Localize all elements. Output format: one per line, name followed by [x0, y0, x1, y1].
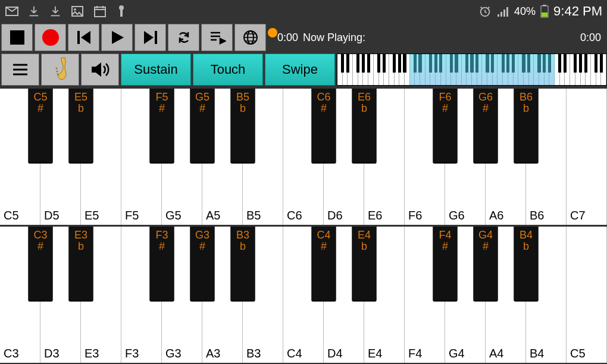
prev-button[interactable] [68, 24, 99, 51]
mini-black-key[interactable] [356, 54, 359, 73]
mail-icon [5, 4, 19, 18]
black-key[interactable]: B4b [514, 227, 539, 302]
battery-icon [540, 5, 549, 18]
alarm-icon [478, 5, 492, 18]
time-total: 0:00 [580, 32, 601, 44]
lower-keyboard: C3D3E3F3G3A3B3C4D4E4F4G4A4B4C5C3#E3bF3#G… [0, 225, 607, 363]
instrument-button[interactable] [41, 54, 79, 86]
black-key[interactable]: B3b [230, 227, 255, 302]
signal-icon [496, 5, 509, 18]
download-icon-2 [49, 5, 62, 18]
mini-black-key[interactable] [579, 54, 582, 73]
mini-black-key[interactable] [403, 54, 406, 73]
black-key-accidental: # [321, 103, 327, 114]
black-key[interactable]: G5# [190, 89, 215, 164]
mini-black-key[interactable] [377, 54, 380, 73]
black-key[interactable]: E6b [352, 89, 377, 164]
black-key[interactable]: B6b [514, 89, 539, 164]
black-key[interactable]: F4# [433, 227, 458, 302]
stop-button[interactable] [1, 24, 33, 51]
options-row: Sustain Touch Swipe [0, 52, 607, 87]
black-key[interactable]: C4# [311, 227, 336, 302]
clock-text: 9:42 PM [553, 4, 602, 19]
svg-rect-13 [10, 30, 24, 45]
touch-button[interactable]: Touch [193, 54, 263, 86]
mini-black-key[interactable] [558, 54, 561, 73]
black-key-accidental: b [240, 241, 246, 252]
mini-black-key[interactable] [383, 54, 386, 73]
black-key[interactable]: C6# [311, 89, 336, 164]
black-key[interactable]: E5b [68, 89, 93, 164]
black-key-label: F5 [155, 91, 168, 103]
transport-row: 0:00 Now Playing: 0:00 [0, 23, 607, 52]
mini-black-key[interactable] [341, 54, 344, 73]
mini-black-key[interactable] [346, 54, 349, 73]
black-key[interactable]: E4b [352, 227, 377, 302]
battery-text: 40% [514, 5, 536, 18]
mini-black-key[interactable] [367, 54, 370, 73]
svg-rect-7 [500, 12, 502, 17]
menu-button[interactable] [1, 54, 39, 86]
playlist-button[interactable] [201, 24, 233, 51]
svg-rect-16 [155, 31, 157, 44]
black-key-label: G3 [195, 229, 209, 241]
white-key[interactable]: C5 [567, 227, 607, 363]
black-key-label: G6 [478, 91, 493, 103]
play-button[interactable] [101, 24, 133, 51]
black-key-label: E4 [358, 229, 371, 241]
black-key[interactable]: G4# [473, 227, 498, 302]
svg-rect-9 [506, 7, 508, 17]
next-button[interactable] [134, 24, 166, 51]
black-key-accidental: b [523, 103, 529, 114]
black-key[interactable]: F3# [149, 227, 174, 302]
mini-viewport-highlight[interactable] [410, 54, 555, 85]
svg-point-21 [57, 74, 59, 76]
black-key-label: F6 [439, 91, 451, 103]
black-key[interactable]: G6# [473, 89, 498, 164]
black-key[interactable]: G3# [190, 227, 215, 302]
volume-button[interactable] [81, 54, 119, 86]
black-key[interactable]: E3b [68, 227, 93, 302]
mini-black-key[interactable] [600, 54, 603, 73]
svg-point-19 [56, 68, 58, 70]
black-key[interactable]: C3# [28, 227, 53, 302]
mini-black-key[interactable] [398, 54, 401, 73]
mini-black-key[interactable] [595, 54, 597, 73]
black-key[interactable]: C5# [28, 89, 53, 164]
loop-button[interactable] [168, 24, 199, 51]
black-key[interactable]: F6# [433, 89, 458, 164]
now-playing-label: Now Playing: [303, 32, 365, 44]
progress-handle[interactable] [268, 28, 277, 37]
white-key[interactable]: C7 [567, 89, 607, 225]
black-key-label: B3 [236, 229, 249, 241]
mini-black-key[interactable] [362, 54, 365, 73]
black-key-accidental: # [442, 241, 448, 252]
black-key-accidental: b [78, 103, 84, 114]
swipe-button[interactable]: Swipe [265, 54, 335, 86]
black-key[interactable]: B5b [230, 89, 255, 164]
svg-rect-8 [503, 10, 505, 17]
black-key-accidental: # [199, 103, 205, 114]
mini-black-key[interactable] [564, 54, 567, 73]
black-key-accidental: b [361, 103, 367, 114]
record-button[interactable] [35, 24, 66, 51]
svg-rect-12 [542, 12, 547, 17]
sustain-button[interactable]: Sustain [121, 54, 191, 86]
mini-piano-overview[interactable] [337, 54, 607, 86]
black-key-label: C4 [317, 229, 330, 241]
black-key-label: G5 [195, 91, 209, 103]
black-key[interactable]: F5# [149, 89, 174, 164]
playback-progress[interactable]: 0:00 Now Playing: 0:00 [268, 32, 606, 44]
black-key-accidental: b [361, 241, 367, 252]
black-key-accidental: # [199, 241, 205, 252]
mini-black-key[interactable] [393, 54, 396, 73]
svg-rect-6 [498, 14, 499, 17]
mini-black-key[interactable] [574, 54, 577, 73]
notification-icons [5, 4, 127, 18]
mini-black-key[interactable] [584, 54, 587, 73]
globe-button[interactable] [234, 24, 266, 51]
black-key-accidental: b [523, 241, 529, 252]
key-icon [115, 4, 127, 18]
black-key-label: F3 [155, 229, 168, 241]
svg-point-14 [42, 29, 59, 46]
